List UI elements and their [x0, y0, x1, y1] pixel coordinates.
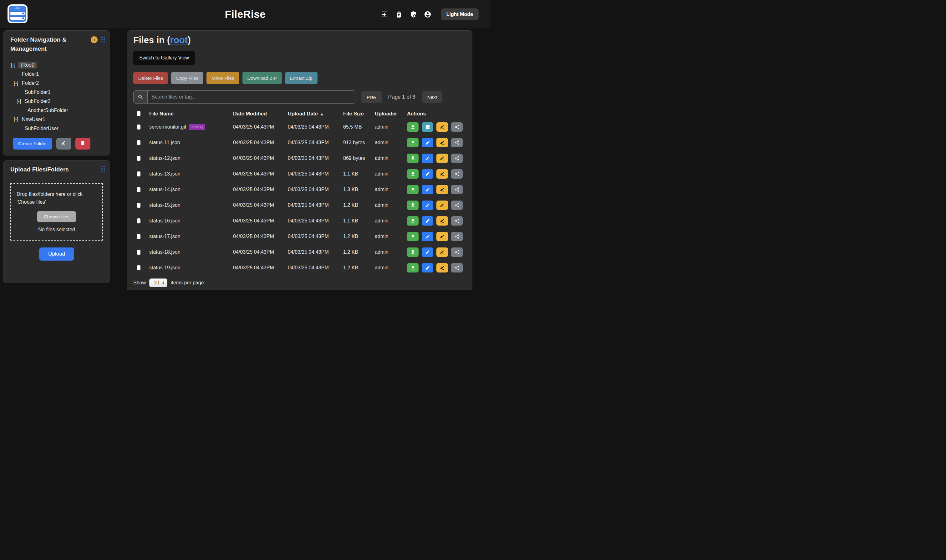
- share-button[interactable]: [451, 185, 463, 194]
- download-button[interactable]: [407, 185, 418, 194]
- file-name[interactable]: status-19.json: [149, 265, 180, 271]
- row-checkbox[interactable]: [137, 140, 140, 145]
- column-header-date-modified[interactable]: Date Modified: [230, 111, 285, 117]
- download-zip-button[interactable]: Download ZIP: [243, 72, 282, 84]
- row-checkbox[interactable]: [137, 187, 140, 192]
- file-name[interactable]: status-12.json: [149, 155, 180, 161]
- row-checkbox[interactable]: [137, 203, 140, 208]
- file-name[interactable]: status-15.json: [149, 202, 180, 208]
- rename-button[interactable]: [437, 248, 448, 257]
- account-circle-icon[interactable]: [424, 11, 431, 18]
- row-checkbox[interactable]: [137, 125, 140, 129]
- edit-button[interactable]: [422, 232, 433, 241]
- file-name[interactable]: status-14.json: [149, 187, 180, 192]
- select-all-checkbox[interactable]: [137, 111, 140, 116]
- items-per-page-select[interactable]: 10 ▲▼: [149, 278, 168, 287]
- row-checkbox[interactable]: [137, 156, 140, 161]
- share-button[interactable]: [451, 232, 463, 241]
- edit-button[interactable]: [422, 154, 433, 163]
- tree-item-folder2[interactable]: [-]Folder2: [11, 79, 107, 88]
- share-button[interactable]: [451, 154, 463, 163]
- tree-toggle[interactable]: [-]: [17, 98, 23, 104]
- tree-item-subfolder1[interactable]: SubFolder1: [11, 88, 107, 97]
- trash-restore-icon[interactable]: [395, 11, 403, 18]
- tree-item-folder1[interactable]: Folder1: [11, 70, 107, 79]
- rename-button[interactable]: [437, 232, 448, 241]
- switch-gallery-view-button[interactable]: Switch to Gallery View: [133, 51, 195, 65]
- download-button[interactable]: [407, 232, 418, 241]
- upload-dropzone[interactable]: Drop files/folders here or click 'Choose…: [10, 183, 103, 241]
- rename-button[interactable]: [437, 216, 448, 226]
- drag-handle-icon[interactable]: [102, 166, 105, 172]
- logout-icon[interactable]: [381, 11, 388, 18]
- share-button[interactable]: [451, 122, 463, 132]
- share-button[interactable]: [451, 263, 463, 272]
- tree-item-newuser1[interactable]: [-]NewUser1: [11, 115, 107, 124]
- share-button[interactable]: [451, 216, 463, 226]
- file-name[interactable]: status-13.json: [149, 171, 180, 177]
- rename-button[interactable]: [437, 122, 448, 132]
- search-icon[interactable]: [134, 91, 148, 103]
- delete-folder-button[interactable]: [75, 138, 91, 149]
- row-checkbox[interactable]: [137, 265, 140, 270]
- download-button[interactable]: [407, 248, 418, 257]
- edit-button[interactable]: [422, 185, 433, 194]
- column-header-file-name[interactable]: File Name: [146, 111, 230, 117]
- row-checkbox[interactable]: [137, 218, 140, 223]
- edit-button[interactable]: [422, 248, 433, 257]
- copy-files-button[interactable]: Copy Files: [171, 72, 203, 84]
- row-checkbox[interactable]: [137, 171, 140, 177]
- info-icon[interactable]: i: [91, 36, 98, 43]
- light-mode-button[interactable]: Light Mode: [441, 8, 478, 20]
- column-header-file-size[interactable]: File Size: [340, 111, 371, 117]
- rename-button[interactable]: [437, 185, 448, 194]
- column-header-uploader[interactable]: Uploader: [371, 111, 403, 117]
- download-button[interactable]: [407, 216, 418, 226]
- tree-toggle[interactable]: [-]: [14, 80, 21, 86]
- file-name[interactable]: status-18.json: [149, 249, 180, 255]
- column-header-upload-date[interactable]: Upload Date▲: [285, 111, 340, 117]
- preview-button[interactable]: [422, 122, 433, 132]
- tree-item-subfolder2[interactable]: [-]SubFolder2: [11, 97, 107, 106]
- rename-button[interactable]: [437, 200, 448, 210]
- download-button[interactable]: [407, 122, 418, 132]
- tree-item-subfolderuser[interactable]: SubFolderUser: [11, 124, 107, 133]
- rename-button[interactable]: [437, 169, 448, 178]
- rename-button[interactable]: [437, 154, 448, 163]
- share-button[interactable]: [451, 169, 463, 178]
- share-button[interactable]: [451, 138, 463, 147]
- row-checkbox[interactable]: [137, 250, 140, 255]
- rename-button[interactable]: [437, 263, 448, 272]
- admin-shield-icon[interactable]: [409, 11, 417, 18]
- extract-zip-button[interactable]: Extract Zip: [285, 72, 317, 84]
- edit-button[interactable]: [422, 200, 433, 210]
- rename-folder-button[interactable]: [56, 138, 71, 149]
- file-name[interactable]: status-17.json: [149, 234, 180, 239]
- next-page-button[interactable]: Next: [422, 91, 442, 103]
- delete-files-button[interactable]: Delete Files: [133, 72, 168, 84]
- upload-button[interactable]: Upload: [39, 248, 74, 261]
- tree-toggle[interactable]: [-]: [11, 62, 18, 68]
- edit-button[interactable]: [422, 138, 433, 147]
- download-button[interactable]: [407, 200, 418, 210]
- download-button[interactable]: [407, 154, 418, 163]
- share-button[interactable]: [451, 248, 463, 257]
- row-checkbox[interactable]: [137, 234, 140, 239]
- file-name[interactable]: status-11.json: [149, 140, 180, 146]
- prev-page-button[interactable]: Prev: [361, 91, 381, 103]
- search-input[interactable]: [148, 91, 355, 103]
- download-button[interactable]: [407, 138, 418, 147]
- rename-button[interactable]: [437, 138, 448, 147]
- download-button[interactable]: [407, 169, 418, 178]
- create-folder-button[interactable]: Create Folder: [13, 138, 52, 149]
- file-name[interactable]: servermonitor.gif: [149, 124, 186, 130]
- edit-button[interactable]: [422, 263, 433, 272]
- move-files-button[interactable]: Move Files: [206, 72, 239, 84]
- share-button[interactable]: [451, 200, 463, 210]
- edit-button[interactable]: [422, 169, 433, 178]
- drag-handle-icon[interactable]: [102, 37, 105, 43]
- download-button[interactable]: [407, 263, 418, 272]
- tree-item-root[interactable]: [-](Root): [11, 61, 107, 70]
- edit-button[interactable]: [422, 216, 433, 226]
- tree-toggle[interactable]: [-]: [14, 117, 21, 122]
